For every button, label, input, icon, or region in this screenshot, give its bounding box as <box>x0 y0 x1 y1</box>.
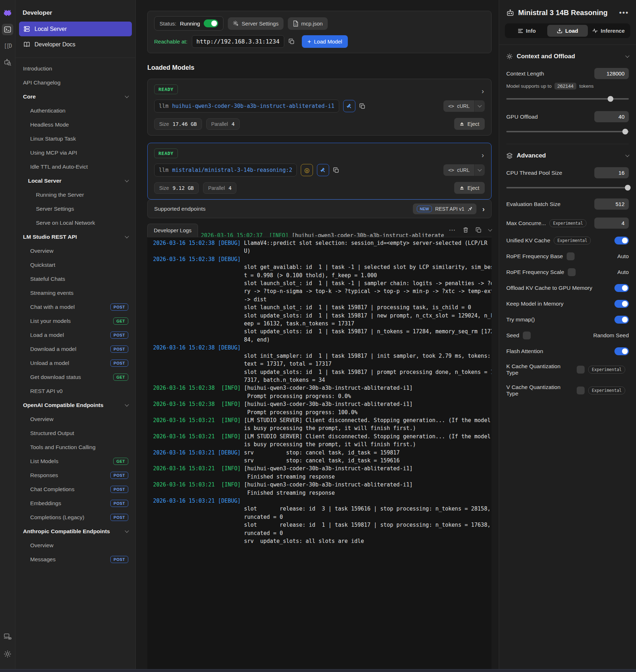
flash-attention-toggle[interactable] <box>614 347 629 355</box>
section-collapse-chevron[interactable] <box>625 54 629 58</box>
tool-use-gavel-button[interactable] <box>317 164 329 176</box>
eject-button[interactable]: Eject <box>454 182 485 194</box>
sidebar-item-get-download-status[interactable]: Get download statusGET <box>15 370 135 384</box>
rope-frequency-scale-checkbox[interactable] <box>568 268 576 276</box>
sidebar-item-developer-docs[interactable]: Developer Docs <box>19 37 132 52</box>
max-concurrent-input[interactable]: 4 <box>594 218 629 229</box>
sidebar-item-rest-api-v0[interactable]: REST API v0 <box>15 384 135 398</box>
seed-checkbox[interactable] <box>523 332 531 339</box>
sidebar-item-chat-with-a-model[interactable]: Chat with a modelPOST <box>15 300 135 314</box>
lmstudio-alien-icon[interactable] <box>2 7 13 19</box>
robot-search-icon[interactable] <box>2 57 13 68</box>
tab-info[interactable]: Info <box>506 25 547 37</box>
model-identifier-field[interactable]: llm huihui-qwen3-coder-30b-a3b-instruct-… <box>154 100 339 113</box>
slider-thumb[interactable] <box>625 185 631 191</box>
sidebar-item-chat-completions[interactable]: Chat CompletionsPOST <box>15 482 135 496</box>
section-advanced[interactable]: Advanced <box>506 144 629 159</box>
context-length-input[interactable]: 128000 <box>594 68 629 79</box>
expand-chevron-icon[interactable]: › <box>481 87 484 95</box>
curl-split-button[interactable]: <>cURL <box>443 164 485 176</box>
cpu-thread-pool-input[interactable]: 16 <box>594 167 629 178</box>
sidebar-item-unload-a-model[interactable]: Unload a modelPOST <box>15 356 135 370</box>
server-url-field[interactable]: http://192.168.3.31:1234 <box>192 35 284 48</box>
developer-logs-tab[interactable]: Developer Logs <box>147 224 198 237</box>
remote-link-icon[interactable] <box>2 631 13 643</box>
v-cache-quantization-checkbox[interactable] <box>577 387 585 394</box>
mcp-json-button[interactable]: {} mcp.json <box>288 17 328 30</box>
sidebar-item-server-settings[interactable]: Server Settings <box>15 202 135 216</box>
gpu-offload-slider[interactable] <box>506 129 629 134</box>
vision-eye-button[interactable]: ◎ <box>301 164 313 176</box>
chevron-down-icon[interactable] <box>125 529 129 532</box>
sidebar-item-stateful-chats[interactable]: Stateful Chats <box>15 272 135 286</box>
sidebar-item-structured-output[interactable]: Structured Output <box>15 426 135 440</box>
slider-thumb[interactable] <box>608 96 613 102</box>
offload-kv-cache-toggle[interactable] <box>614 284 629 292</box>
chevron-down-icon[interactable] <box>125 94 129 98</box>
sidebar-item-overview[interactable]: Overview <box>15 244 135 258</box>
unified-kv-cache-toggle[interactable] <box>614 237 629 244</box>
context-length-slider[interactable] <box>506 96 629 102</box>
sidebar-item-overview[interactable]: Overview <box>15 412 135 426</box>
sidebar-item-openai-compatible-endpoints[interactable]: OpenAI Compatible Endpoints <box>15 398 135 412</box>
sidebar-item-authentication[interactable]: Authentication <box>15 104 135 118</box>
model-card-qwen3[interactable]: READY › llm huihui-qwen3-coder-30b-a3b-i… <box>147 79 492 136</box>
sidebar-item-idle-ttl-and-auto-evict[interactable]: Idle TTL and Auto-Evict <box>15 160 135 174</box>
supported-endpoints-row[interactable]: Supported endpoints NEW REST API v1 › <box>147 200 492 218</box>
eject-button[interactable]: Eject <box>454 118 485 130</box>
sidebar-item-messages[interactable]: MessagesPOST <box>15 552 135 566</box>
sidebar-item-completions-legacy[interactable]: Completions (Legacy)POST <box>15 510 135 524</box>
server-running-toggle[interactable] <box>204 19 218 27</box>
try-mmap-toggle[interactable] <box>614 316 629 324</box>
curl-dropdown-chevron[interactable] <box>474 100 485 112</box>
expand-chevron-icon[interactable]: › <box>481 151 484 159</box>
sidebar-item-embeddings[interactable]: EmbeddingsPOST <box>15 496 135 510</box>
settings-gear-icon[interactable] <box>2 648 13 660</box>
slider-thumb[interactable] <box>622 129 628 134</box>
pop-out-logs-icon[interactable] <box>476 227 481 233</box>
collapse-logs-chevron[interactable] <box>489 229 492 231</box>
endpoints-expand-chevron[interactable]: › <box>482 205 485 213</box>
sidebar-item-tools-and-function-calling[interactable]: Tools and Function Calling <box>15 440 135 454</box>
sidebar-item-linux-startup-task[interactable]: Linux Startup Task <box>15 132 135 146</box>
clear-logs-trash-icon[interactable] <box>463 227 469 233</box>
sidebar-item-running-the-server[interactable]: Running the Server <box>15 188 135 202</box>
cpu-thread-pool-slider[interactable] <box>506 185 629 191</box>
sidebar-item-streaming-events[interactable]: Streaming events <box>15 286 135 300</box>
copy-model-id-icon[interactable] <box>333 167 339 173</box>
tab-inference[interactable]: Inference <box>588 25 629 37</box>
sidebar-item-quickstart[interactable]: Quickstart <box>15 258 135 272</box>
developer-logs-output[interactable]: 2026-03-16 15:02:38 [DEBUG] LlamaV4::pre… <box>147 237 492 669</box>
chevron-down-icon[interactable] <box>125 402 129 406</box>
panel-more-options-icon[interactable]: ••• <box>619 9 629 17</box>
sidebar-item-list-your-models[interactable]: List your modelsGET <box>15 314 135 328</box>
sidebar-item-responses[interactable]: ResponsesPOST <box>15 468 135 482</box>
copy-url-icon[interactable] <box>289 38 295 45</box>
sidebar-item-api-changelog[interactable]: API Changelog <box>15 76 135 90</box>
sidebar-item-overview[interactable]: Overview <box>15 538 135 552</box>
log-more-options-icon[interactable]: ⋯ <box>449 226 456 234</box>
sidebar-item-serve-on-local-network[interactable]: Serve on Local Network <box>15 216 135 230</box>
rest-api-v1-chip[interactable]: NEW REST API v1 <box>413 204 476 214</box>
sidebar-item-using-mcp-via-api[interactable]: Using MCP via API <box>15 146 135 160</box>
sidebar-item-local-server[interactable]: Local Server <box>15 174 135 188</box>
sidebar-item-load-a-model[interactable]: Load a modelPOST <box>15 328 135 342</box>
sidebar-item-core[interactable]: Core <box>15 90 135 104</box>
tool-use-gavel-button[interactable] <box>343 100 355 112</box>
tab-load[interactable]: Load <box>547 25 588 37</box>
sidebar-item-introduction[interactable]: Introduction <box>15 61 135 76</box>
section-context-and-offload[interactable]: Context and Offload <box>506 45 629 60</box>
model-card-ministral[interactable]: READY › llm mistralai/ministral-3-14b-re… <box>147 143 492 200</box>
curl-dropdown-chevron[interactable] <box>474 164 485 176</box>
rope-frequency-base-checkbox[interactable] <box>567 252 575 260</box>
model-identifier-field[interactable]: llm mistralai/ministral-3-14b-reasoning:… <box>154 164 297 177</box>
evaluation-batch-size-input[interactable]: 512 <box>594 198 629 210</box>
sidebar-item-lm-studio-rest-api[interactable]: LM Studio REST API <box>15 230 135 244</box>
terminal-icon[interactable] <box>2 24 13 35</box>
copy-model-id-icon[interactable] <box>359 103 365 109</box>
section-collapse-chevron[interactable] <box>625 153 629 157</box>
curl-split-button[interactable]: <>cURL <box>443 100 485 112</box>
k-cache-quantization-checkbox[interactable] <box>577 366 585 374</box>
max-tokens-badge[interactable]: 262144 <box>554 83 576 90</box>
sidebar-item-download-a-model[interactable]: Download a modelPOST <box>15 342 135 356</box>
